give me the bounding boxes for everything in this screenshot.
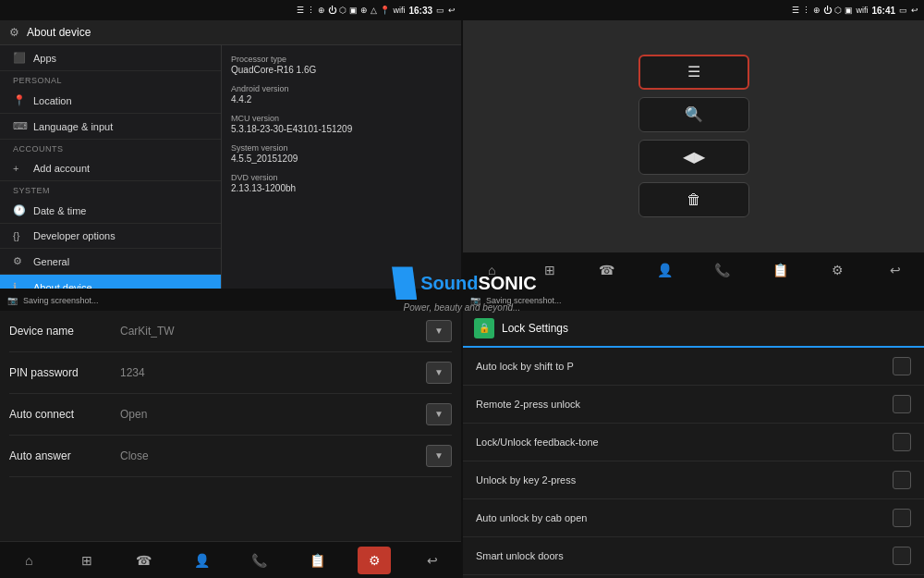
nav-back-bt[interactable]: ↩ bbox=[416, 547, 449, 574]
settings-item-apps[interactable]: ⬛ Apps bbox=[0, 45, 221, 71]
language-label: Language & input bbox=[33, 121, 113, 132]
settings-item-datetime[interactable]: 🕐 Date & time bbox=[0, 198, 221, 224]
triangle-icon: △ bbox=[371, 6, 377, 15]
dots-icon: ⋮ bbox=[307, 6, 315, 15]
nav-back-r[interactable]: ↩ bbox=[879, 256, 912, 284]
time-display-left: 16:33 bbox=[408, 6, 432, 16]
settings-item-language[interactable]: ⌨ Language & input bbox=[0, 114, 221, 140]
monitor-icon: ▣ bbox=[349, 6, 358, 15]
detail-processor: Processor type QuadCore-R16 1.6G bbox=[231, 55, 452, 75]
menu-btn-delete[interactable]: 🗑 bbox=[638, 182, 749, 217]
screenshot-icon-bt: 📷 bbox=[7, 296, 18, 305]
bt-label-autoanswer: Auto answer bbox=[9, 449, 111, 462]
panel-menu: ☰ ⋮ ⊕ ⏻ ⬡ ▣ wifi 16:41 ▭ ↩ ☰ 🔍 ◀▶ bbox=[463, 0, 924, 289]
nav-apps-r[interactable]: ⊞ bbox=[533, 256, 566, 284]
lock-toggle-3[interactable] bbox=[893, 471, 911, 489]
menu-btn-arrows[interactable]: ◀▶ bbox=[638, 140, 749, 175]
settings-item-developer[interactable]: {} Developer options bbox=[0, 224, 221, 249]
nav-call-r[interactable]: 📞 bbox=[706, 256, 739, 284]
info-icon: ℹ bbox=[13, 281, 26, 289]
settings-item-about[interactable]: ℹ About device bbox=[0, 275, 221, 289]
main-grid: ☰ ⋮ ⊕ ⏻ ⬡ ▣ ⊕ △ 📍 wifi 16:33 ▭ ↩ ⚙ About… bbox=[0, 0, 924, 578]
menu-icon: ☰ bbox=[297, 6, 304, 15]
nav-home-r[interactable]: ⌂ bbox=[475, 256, 508, 284]
nav-radio-bt[interactable]: 📋 bbox=[300, 547, 334, 574]
developer-icon: {} bbox=[13, 230, 26, 241]
bottom-nav-bt: ⌂ ⊞ ☎ 👤 📞 📋 ⚙ ↩ bbox=[0, 541, 461, 578]
bt-label-autoconnect: Auto connect bbox=[9, 408, 111, 421]
lock-settings-title: Lock Settings bbox=[502, 322, 568, 335]
lock-item-5[interactable]: Smart unlock doors bbox=[463, 537, 924, 575]
settings-item-location[interactable]: 📍 Location bbox=[0, 88, 221, 114]
list-icon: ☰ bbox=[687, 63, 700, 80]
settings-item-add-account[interactable]: + Add account bbox=[0, 156, 221, 181]
lock-toggle-2[interactable] bbox=[893, 433, 911, 451]
lock-toggle-5[interactable] bbox=[893, 547, 911, 565]
section-accounts: ACCOUNTS bbox=[0, 140, 221, 156]
lock-item-text-1: Remote 2-press unlock bbox=[476, 399, 580, 410]
bt-dropdown-pin[interactable]: ▼ bbox=[426, 362, 452, 384]
clock-icon: 🕐 bbox=[13, 204, 26, 216]
panel-lock: 📷 Saving screenshot... 🔒 Lock Settings A… bbox=[463, 290, 924, 579]
battery-icon: ▭ bbox=[436, 6, 444, 15]
nav-contacts-r[interactable]: 👤 bbox=[648, 256, 681, 284]
section-personal: PERSONAL bbox=[0, 71, 221, 88]
usb-icon-r: ⬡ bbox=[834, 6, 842, 15]
about-label: About device bbox=[33, 282, 92, 289]
settings-gear-icon: ⚙ bbox=[9, 26, 19, 39]
nav-home-bt[interactable]: ⌂ bbox=[12, 547, 45, 574]
lock-item-4[interactable]: Auto unlock by cab open bbox=[463, 499, 924, 537]
statusbar-icons: ☰ ⋮ ⊕ ⏻ ⬡ ▣ ⊕ △ 📍 wifi bbox=[297, 6, 405, 15]
lock-item-3[interactable]: Unlock by key 2-press bbox=[463, 461, 924, 499]
nav-settings-r[interactable]: ⚙ bbox=[821, 256, 854, 284]
lock-header-bar: 📷 Saving screenshot... bbox=[463, 290, 924, 311]
developer-label: Developer options bbox=[33, 230, 116, 241]
menu-btn-search[interactable]: 🔍 bbox=[638, 97, 749, 132]
time-display-right: 16:41 bbox=[871, 6, 895, 16]
menu-btn-list[interactable]: ☰ bbox=[638, 55, 749, 90]
nav-call-bt[interactable]: 📞 bbox=[243, 547, 276, 574]
lock-toggle-0[interactable] bbox=[893, 357, 911, 375]
lock-toggle-4[interactable] bbox=[893, 509, 911, 527]
lock-toggle-1[interactable] bbox=[893, 395, 911, 413]
nav-settings-bt[interactable]: ⚙ bbox=[358, 547, 391, 574]
nav-radio-r[interactable]: 📋 bbox=[763, 256, 796, 284]
settings-detail-panel: Processor type QuadCore-R16 1.6G Android… bbox=[222, 45, 461, 289]
usb-icon: ⬡ bbox=[339, 6, 346, 15]
datetime-label: Date & time bbox=[33, 205, 86, 216]
add-account-icon: + bbox=[13, 163, 26, 174]
monitor-icon-r: ▣ bbox=[845, 6, 853, 15]
statusbar-top-left: ☰ ⋮ ⊕ ⏻ ⬡ ▣ ⊕ △ 📍 wifi 16:33 ▭ ↩ bbox=[0, 0, 461, 20]
lock-item-1[interactable]: Remote 2-press unlock bbox=[463, 386, 924, 424]
detail-dvd: DVD version 2.13.13-1200bh bbox=[231, 173, 452, 193]
lock-item-0[interactable]: Auto lock by shift to P bbox=[463, 348, 924, 386]
nav-phone-bt[interactable]: ☎ bbox=[128, 547, 161, 574]
bt-dropdown-autoconnect[interactable]: ▼ bbox=[426, 403, 452, 425]
location-icon-sb: 📍 bbox=[380, 6, 390, 15]
menu-buttons-area: ☰ 🔍 ◀▶ 🗑 bbox=[463, 20, 924, 252]
bt-dropdown-devicename[interactable]: ▼ bbox=[426, 320, 452, 342]
statusbar-top-right: ☰ ⋮ ⊕ ⏻ ⬡ ▣ wifi 16:41 ▭ ↩ bbox=[463, 0, 924, 20]
section-system: SYSTEM bbox=[0, 181, 221, 198]
general-label: General bbox=[33, 256, 69, 267]
lock-item-2[interactable]: Lock/Unlock feedback-tone bbox=[463, 424, 924, 461]
trash-icon: 🗑 bbox=[687, 191, 701, 208]
bt-label-pin: PIN password bbox=[9, 366, 111, 379]
bt-row-autoconnect: Auto connect Open ▼ bbox=[9, 394, 452, 436]
nav-phone-r[interactable]: ☎ bbox=[590, 256, 624, 284]
lock-item-text-5: Smart unlock doors bbox=[476, 550, 564, 561]
apps-label: Apps bbox=[33, 53, 56, 64]
nav-apps-bt[interactable]: ⊞ bbox=[70, 547, 103, 574]
nav-contacts-bt[interactable]: 👤 bbox=[185, 547, 218, 574]
settings-item-general[interactable]: ⚙ General bbox=[0, 249, 221, 275]
panel-bluetooth: 📷 Saving screenshot... Device name CarKi… bbox=[0, 290, 461, 579]
screenshot-icon-lock: 📷 bbox=[470, 296, 480, 305]
apps-icon: ⬛ bbox=[13, 52, 26, 64]
search-icon: 🔍 bbox=[685, 105, 703, 123]
wifi-icon: wifi bbox=[393, 6, 405, 15]
bt-value-devicename: CarKit_TW bbox=[120, 325, 417, 338]
bt-dropdown-autoanswer[interactable]: ▼ bbox=[426, 445, 452, 467]
detail-android: Android version 4.4.2 bbox=[231, 84, 452, 105]
statusbar-icons-right: ☰ ⋮ ⊕ ⏻ ⬡ ▣ wifi bbox=[792, 6, 868, 15]
lock-settings-list: Auto lock by shift to P Remote 2-press u… bbox=[463, 348, 924, 579]
